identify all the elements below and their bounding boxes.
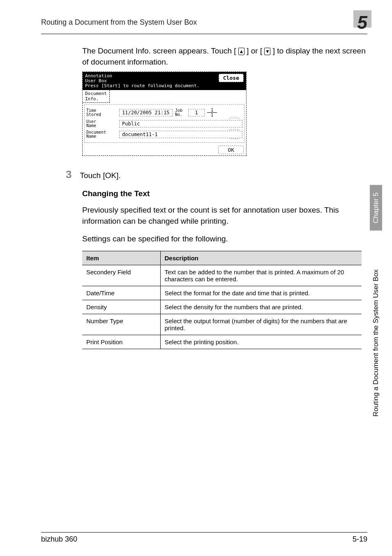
document-info-panel: Annotation User Box Press [Start] to rou… (82, 72, 247, 156)
table-row: Print Position Select the printing posit… (82, 335, 362, 349)
side-chapter-label: Chapter 5 (370, 185, 382, 231)
td-item: Print Position (82, 335, 160, 349)
page-footer: bizhub 360 5-19 (41, 532, 367, 544)
value-time-stored: 11/20/2005 21:15 (119, 109, 173, 116)
chapter-number-text: 5 (357, 12, 367, 32)
chapter-number: 5 (357, 12, 367, 33)
page-header: Routing a Document from the System User … (41, 12, 367, 34)
td-desc: Select the format for the date and time … (160, 286, 362, 300)
th-description: Description (160, 251, 362, 265)
td-item: Secondery Field (82, 265, 160, 286)
panel-header: Annotation User Box Press [Start] to rou… (83, 72, 246, 90)
close-button[interactable]: Close (219, 74, 244, 82)
td-item: Density (82, 300, 160, 314)
step-3: 3 Touch [OK]. (66, 168, 367, 181)
arrow-down-icon: ▼ (264, 48, 270, 55)
value-job-no: 1 (188, 109, 205, 116)
label-document-name: Document Name (86, 130, 117, 139)
table-row: Secondery Field Text can be added to the… (82, 265, 362, 286)
table-row: Number Type Select the output format (nu… (82, 314, 362, 335)
header-title: Routing a Document from the System User … (41, 12, 197, 27)
label-user-name: User Name (86, 120, 117, 128)
th-item: Item (82, 251, 160, 265)
settings-table: Item Description Secondery Field Text ca… (82, 251, 362, 349)
panel-instruction: Press [Start] to route following documen… (85, 83, 199, 88)
tab-document-info[interactable]: Document Info. (83, 90, 110, 103)
section-heading: Changing the Text (82, 189, 367, 198)
table-row: Density Select the density for the numbe… (82, 300, 362, 314)
pager-current: 1 1 (207, 108, 217, 117)
intro-paragraph: The Document Info. screen appears. Touch… (82, 46, 367, 67)
section-para-1: Previously specified text or the count i… (82, 205, 363, 227)
step-text: Touch [OK]. (80, 171, 120, 180)
td-desc: Select the density for the numbers that … (160, 300, 362, 314)
footer-left: bizhub 360 (41, 535, 77, 544)
ok-button[interactable]: OK (218, 146, 244, 154)
table-row: Date/Time Select the format for the date… (82, 286, 362, 300)
section-para-2: Settings can be specified for the follow… (82, 234, 363, 245)
td-item: Date/Time (82, 286, 160, 300)
td-desc: Select the printing position. (160, 335, 362, 349)
td-desc: Select the output format (number of digi… (160, 314, 362, 335)
step-number: 3 (66, 168, 71, 181)
label-job-no: Job No. (175, 109, 186, 117)
footer-right: 5-19 (353, 535, 367, 544)
value-user-name: Public (119, 120, 242, 127)
td-item: Number Type (82, 314, 160, 335)
panel-body: Time Stored 11/20/2005 21:15 Job No. 1 1… (84, 104, 244, 143)
arrow-up-icon: ▲ (238, 48, 244, 55)
label-time-stored: Time Stored (86, 109, 117, 117)
td-desc: Text can be added to the number that is … (160, 265, 362, 286)
side-chapter-title: Routing a Document from the System User … (370, 237, 382, 418)
value-document-name: document11-1 (119, 131, 242, 138)
